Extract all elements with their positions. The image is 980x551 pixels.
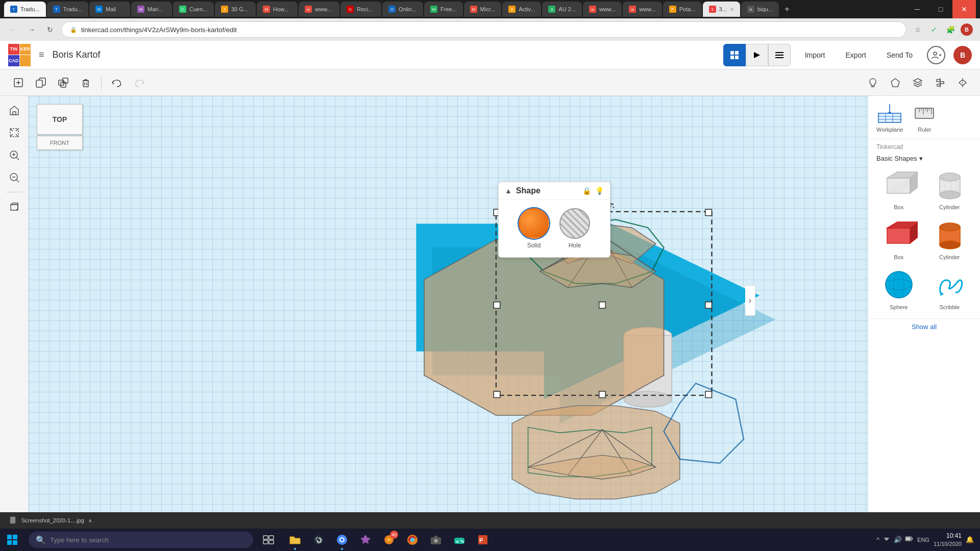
undo-button[interactable] [107, 72, 127, 93]
tab-au2[interactable]: A AU 2... [542, 2, 582, 17]
align-button[interactable] [931, 73, 949, 92]
delete-button[interactable] [76, 72, 96, 93]
tab-mari[interactable]: M Mari... [131, 2, 172, 17]
add-user-button[interactable] [927, 46, 945, 64]
tab-onlin[interactable]: O Onlin... [382, 2, 423, 17]
orthographic-button[interactable] [4, 196, 24, 217]
home-icon [9, 105, 20, 116]
tab-activ[interactable]: A Activ... [502, 2, 541, 17]
refresh-button[interactable]: ↻ [43, 22, 57, 37]
steam-button[interactable] [307, 529, 330, 551]
shape-item-cylinder-orange[interactable]: Cylinder [927, 216, 972, 260]
layers-button[interactable] [909, 73, 927, 92]
tab-free[interactable]: W Free... [424, 2, 463, 17]
tab-www1[interactable]: w www... [299, 2, 339, 17]
export-button[interactable]: Export [839, 48, 872, 62]
list-view-button[interactable] [768, 44, 791, 66]
hamburger-menu-button[interactable]: ≡ [37, 47, 46, 62]
ruler-button[interactable]: Ruler [911, 102, 938, 133]
send-to-button[interactable]: Send To [880, 48, 919, 62]
tab-favicon-biqu: b [747, 6, 754, 13]
shape-item-scribble[interactable]: Scribble [927, 266, 972, 310]
tinkercad-logo[interactable]: TIN KER CAD [8, 44, 31, 66]
lightbulb-button[interactable] [864, 73, 882, 92]
network-icon[interactable] [883, 535, 891, 544]
grid-view-button[interactable] [723, 44, 746, 66]
viewport[interactable]: TOP FRONT [29, 96, 868, 551]
address-bar[interactable]: 🔒 tinkercad.com/things/4V2zArSWy9m-boris… [61, 21, 906, 38]
user-avatar[interactable]: B [953, 46, 972, 64]
tab-www2[interactable]: w www... [583, 2, 622, 17]
scribble-label: Scribble [939, 304, 960, 310]
lightbulb-shape-icon[interactable]: 💡 [595, 187, 604, 195]
gaming-button[interactable] [448, 529, 471, 551]
tab-30g[interactable]: 3 30 G... [215, 2, 256, 17]
battery-icon[interactable] [905, 536, 913, 543]
file-explorer-button[interactable] [284, 529, 306, 551]
taskbar-browser-button[interactable] [331, 529, 353, 551]
shape-panel-chevron-icon[interactable]: ▲ [505, 187, 512, 195]
notifications-icon[interactable]: 🔔 [966, 536, 974, 543]
tab-reci[interactable]: G Reci... [340, 2, 381, 17]
bookmark-button[interactable]: ☆ [911, 22, 925, 37]
shape-item-cylinder-grey[interactable]: Cylinder [927, 166, 972, 210]
tab-close-active[interactable]: ✕ [730, 7, 734, 12]
solid-option[interactable]: Solid [519, 208, 549, 249]
maximize-button[interactable]: □ [929, 0, 952, 18]
tab-tinkercad-active[interactable]: 3 3... ✕ [703, 2, 740, 17]
zoom-in-button[interactable] [4, 145, 24, 165]
wolf-button[interactable] [354, 529, 377, 551]
duplicate-button[interactable] [53, 72, 74, 93]
language-badge: ENG [917, 537, 929, 543]
new-tab-button[interactable]: + [780, 2, 794, 16]
badminton-button[interactable]: 40 [378, 529, 400, 551]
firefox-button[interactable] [401, 529, 424, 551]
tab-pota[interactable]: P Pota... [663, 2, 702, 17]
tab-micr[interactable]: M Micr... [464, 2, 501, 17]
extension-check-button[interactable]: ✓ [927, 22, 941, 37]
tab-mail[interactable]: M Mail [89, 2, 130, 17]
hole-option[interactable]: Hole [559, 208, 590, 249]
start-button[interactable] [0, 529, 24, 551]
new-shape-button[interactable] [8, 72, 29, 93]
redo-button[interactable] [129, 72, 150, 93]
taskbar-search-bar[interactable]: 🔍 Type here to search [29, 532, 253, 548]
tab-cuen[interactable]: C Cuen... [173, 2, 214, 17]
file-download-item[interactable]: Screenshot_2020-1....jpg ∧ [4, 513, 97, 528]
collapse-panel-button[interactable]: › [745, 285, 755, 316]
mirror-button[interactable] [953, 73, 972, 92]
tab-biqu[interactable]: b biqu... [741, 2, 779, 17]
browser-icon [336, 534, 348, 546]
chevron-up-icon[interactable]: ^ [876, 536, 879, 543]
minimize-button[interactable]: ─ [905, 0, 929, 18]
tab-trad-1[interactable]: T Tradu... [4, 2, 46, 17]
back-button[interactable]: ← [6, 22, 20, 37]
basic-shapes-dropdown[interactable]: Basic Shapes ▾ [876, 155, 972, 162]
shape-item-sphere[interactable]: Sphere [876, 266, 921, 310]
shape-item-box-red[interactable]: Box [876, 216, 921, 260]
viewport-canvas[interactable]: TOP FRONT [29, 96, 868, 551]
powerpoint-button[interactable]: P [472, 529, 494, 551]
zoom-out-button[interactable] [4, 167, 24, 188]
shape-outline-button[interactable] [886, 73, 904, 92]
workplane-button[interactable]: Workplane [876, 102, 903, 133]
home-button[interactable] [4, 100, 24, 120]
copy-button[interactable] [31, 72, 51, 93]
shape-item-box-grey[interactable]: Box [876, 166, 921, 210]
extensions-button[interactable]: 🧩 [943, 22, 958, 37]
tab-how[interactable]: M How... [257, 2, 298, 17]
profile-button[interactable]: B [960, 22, 974, 37]
camera-button[interactable] [425, 529, 447, 551]
close-button[interactable]: ✕ [952, 0, 976, 18]
tab-trad-2[interactable]: T Tradu... [47, 2, 89, 17]
tab-www3[interactable]: w www... [623, 2, 662, 17]
task-view-button[interactable] [257, 529, 280, 551]
lock-shape-icon[interactable]: 🔒 [582, 187, 591, 195]
forward-button[interactable]: → [24, 22, 39, 37]
show-all-button[interactable]: Show all [868, 318, 980, 335]
taskbar-clock[interactable]: 10:41 11/10/2020 [934, 532, 962, 547]
tool-view-button[interactable] [746, 44, 768, 66]
import-button[interactable]: Import [799, 48, 831, 62]
sound-icon[interactable]: 🔊 [894, 536, 902, 543]
fit-view-button[interactable] [4, 122, 24, 143]
